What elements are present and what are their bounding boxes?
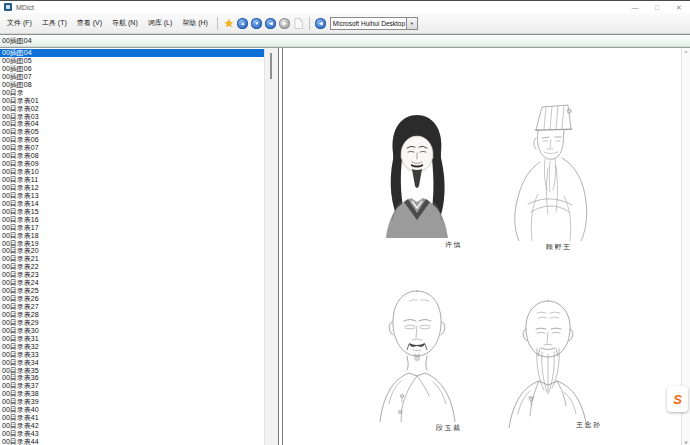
caption-duan-yucai: 段玉裁 (436, 423, 462, 433)
window-controls: — □ ✕ (620, 2, 690, 13)
list-item[interactable]: 00目录表09 (0, 160, 264, 168)
menu-library[interactable]: 词库 (L) (143, 14, 178, 32)
title-bar: MDict — □ ✕ (0, 1, 690, 13)
list-item[interactable]: 00目录表39 (0, 398, 264, 406)
headword-input[interactable] (0, 35, 690, 46)
list-item[interactable]: 00目录表44 (0, 438, 264, 445)
tts-voice-value: Microsoft Huihui Desktop - C (331, 20, 406, 27)
combobox-dropdown-button[interactable]: ▼ (406, 18, 417, 29)
caption-gu-yewang: 顾野王 (546, 242, 572, 252)
list-item[interactable]: 00目录表30 (0, 327, 264, 335)
list-item[interactable]: 00目录表13 (0, 192, 264, 200)
tts-voice-combobox[interactable]: Microsoft Huihui Desktop - C ▼ (330, 17, 418, 30)
portrait-duan-yucai (371, 284, 464, 426)
list-item[interactable]: 00目录表22 (0, 263, 264, 271)
list-item[interactable]: 00目录表17 (0, 224, 264, 232)
speak-button[interactable]: ◀ (315, 18, 326, 29)
down-arrow-icon: ▼ (254, 21, 259, 26)
list-item[interactable]: 00插图05 (0, 57, 264, 65)
toolbar-separator (217, 17, 218, 30)
list-item[interactable]: 00目录表03 (0, 113, 264, 121)
main-area: 00插图0400插图0500插图0600插图0700插图0800目录00目录表0… (0, 47, 690, 445)
list-item[interactable]: 00插图08 (0, 81, 264, 89)
scroll-down-icon[interactable]: v (685, 437, 688, 445)
list-item[interactable]: 00目录表23 (0, 271, 264, 279)
menu-toolbar: 文件 (F) 工具 (T) 查看 (V) 导航 (N) 词库 (L) 帮助 (H… (0, 13, 690, 34)
entry-list-scrollbar[interactable] (264, 48, 278, 445)
sogou-s-icon: S (673, 392, 682, 407)
list-item[interactable]: 00目录表02 (0, 105, 264, 113)
previous-entry-button[interactable]: ▲ (237, 18, 248, 29)
caption-wang-niansun: 王念孙 (576, 420, 602, 430)
list-item[interactable]: 00目录表12 (0, 184, 264, 192)
list-item[interactable]: 00目录表34 (0, 359, 264, 367)
menu-help[interactable]: 帮助 (H) (177, 14, 213, 32)
copy-page-icon[interactable] (294, 18, 303, 29)
list-item[interactable]: 00目录表35 (0, 367, 264, 375)
headword-row (0, 34, 690, 47)
list-item[interactable]: 00目录表33 (0, 351, 264, 359)
scroll-up-icon[interactable]: ^ (685, 48, 688, 58)
back-arrow-icon: ◀ (269, 21, 273, 26)
list-item[interactable]: 00目录表38 (0, 390, 264, 398)
portrait-xu-shen (366, 107, 468, 242)
list-item[interactable]: 00目录表32 (0, 343, 264, 351)
list-item[interactable]: 00目录表20 (0, 247, 264, 255)
list-item[interactable]: 00目录表16 (0, 216, 264, 224)
list-item[interactable]: 00目录表18 (0, 232, 264, 240)
list-item[interactable]: 00目录 (0, 89, 264, 97)
list-item[interactable]: 00目录表05 (0, 128, 264, 136)
portrait-gu-yewang (498, 102, 601, 245)
list-item[interactable]: 00目录表15 (0, 208, 264, 216)
list-item[interactable]: 00目录表06 (0, 136, 264, 144)
list-item[interactable]: 00目录表07 (0, 144, 264, 152)
menu-navigate[interactable]: 导航 (N) (107, 14, 143, 32)
mdict-window: MDict — □ ✕ 文件 (F) 工具 (T) 查看 (V) 导航 (N) … (0, 0, 690, 445)
portrait-wang-niansun (504, 296, 593, 432)
menu-view[interactable]: 查看 (V) (72, 14, 107, 32)
forward-button[interactable]: ▶ (279, 18, 290, 29)
next-entry-button[interactable]: ▼ (251, 18, 262, 29)
list-item[interactable]: 00目录表14 (0, 200, 264, 208)
back-button[interactable]: ◀ (265, 18, 276, 29)
list-item[interactable]: 00目录表28 (0, 311, 264, 319)
favorite-star-icon[interactable]: ★ (224, 16, 234, 30)
list-item[interactable]: 00插图04 (0, 49, 264, 57)
list-item[interactable]: 00目录表25 (0, 287, 264, 295)
list-item[interactable]: 00目录表24 (0, 279, 264, 287)
list-item[interactable]: 00目录表31 (0, 335, 264, 343)
sogou-ime-badge[interactable]: S (667, 386, 688, 412)
toolbar-separator-2 (309, 17, 310, 30)
list-item[interactable]: 00目录表36 (0, 374, 264, 382)
up-arrow-icon: ▲ (240, 21, 245, 26)
caption-xu-shen: 许慎 (445, 240, 462, 250)
window-title: MDict (16, 4, 34, 11)
list-item[interactable]: 00目录表43 (0, 430, 264, 438)
list-item[interactable]: 00插图07 (0, 73, 264, 81)
list-item[interactable]: 00插图06 (0, 65, 264, 73)
list-item[interactable]: 00目录表37 (0, 382, 264, 390)
list-item[interactable]: 00目录表19 (0, 240, 264, 248)
list-item[interactable]: 00目录表08 (0, 152, 264, 160)
menu-tools[interactable]: 工具 (T) (37, 14, 72, 32)
list-item[interactable]: 00目录表21 (0, 255, 264, 263)
list-item[interactable]: 00目录表10 (0, 168, 264, 176)
list-item[interactable]: 00目录表01 (0, 97, 264, 105)
forward-arrow-icon: ▶ (283, 21, 287, 26)
close-button[interactable]: ✕ (672, 2, 686, 13)
list-item[interactable]: 00目录表04 (0, 120, 264, 128)
list-item[interactable]: 00目录表11 (0, 176, 264, 184)
minimize-button[interactable]: — (628, 2, 642, 13)
app-icon (4, 3, 12, 11)
scrollbar-thumb[interactable] (270, 53, 272, 79)
list-item[interactable]: 00目录表42 (0, 422, 264, 430)
chevron-down-icon: ▼ (410, 21, 414, 26)
definition-pane: 许慎 顾野王 段玉裁 王念孙 (283, 48, 681, 445)
list-item[interactable]: 00目录表29 (0, 319, 264, 327)
maximize-button[interactable]: □ (650, 2, 664, 13)
menu-file[interactable]: 文件 (F) (2, 14, 37, 32)
list-item[interactable]: 00目录表26 (0, 295, 264, 303)
list-item[interactable]: 00目录表41 (0, 414, 264, 422)
list-item[interactable]: 00目录表40 (0, 406, 264, 414)
list-item[interactable]: 00目录表27 (0, 303, 264, 311)
